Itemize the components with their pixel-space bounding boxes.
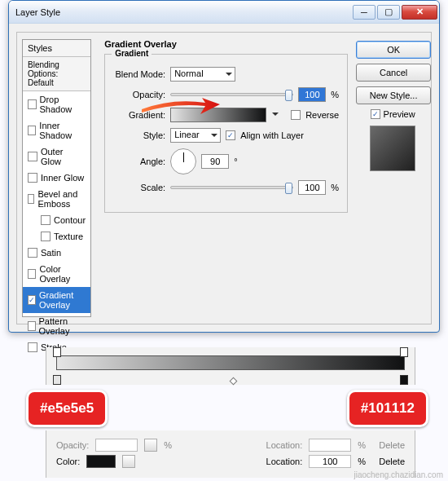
new-style-button[interactable]: New Style... [356,86,431,104]
color-tag-left: #e5e5e5 [26,390,108,427]
style-checkbox[interactable] [41,215,51,225]
opacity-input[interactable]: 100 [298,87,326,102]
style-checkbox[interactable] [28,248,37,258]
opacity-field[interactable] [95,439,138,452]
ok-button[interactable]: OK [356,41,431,59]
slider-thumb[interactable] [285,90,292,101]
dialog-body: Styles Blending Options: Default Drop Sh… [16,32,432,324]
opacity-stop-right[interactable] [400,347,408,357]
style-item-texture[interactable]: Texture [23,228,90,245]
style-label: Outer Glow [41,147,86,166]
style-checkbox[interactable] [41,232,51,241]
reverse-checkbox[interactable] [291,110,301,120]
style-label: Satin [41,248,61,258]
angle-input[interactable]: 90 [201,154,229,169]
preview-swatch [370,126,415,171]
window-title: Layer Style [15,7,351,17]
location-label: Location: [266,440,303,450]
style-select[interactable]: Linear [170,128,221,143]
settings-column: Gradient Overlay Gradient Blend Mode: No… [96,33,356,324]
style-item-drop-shadow[interactable]: Drop Shadow [23,91,90,117]
color-stop-left[interactable] [53,375,61,385]
midpoint-diamond[interactable] [230,377,238,386]
style-item-bevel-and-emboss[interactable]: Bevel and Emboss [23,186,90,212]
align-checkbox[interactable] [226,130,235,140]
location-label: Location: [266,457,303,466]
section-title: Gradient Overlay [104,39,348,49]
gradient-picker[interactable] [170,108,266,122]
style-item-color-overlay[interactable]: Color Overlay [23,261,90,287]
dropdown-icon[interactable] [144,439,157,452]
opacity-slider[interactable] [170,93,293,96]
style-checkbox[interactable] [28,295,36,305]
gradient-editor [46,347,415,385]
minimize-button[interactable]: ─ [353,5,376,20]
gradient-label: Gradient: [113,110,165,120]
style-checkbox[interactable] [28,173,37,183]
dropdown-icon[interactable] [122,455,135,468]
styles-header[interactable]: Styles [23,40,90,57]
align-label: Align with Layer [240,130,304,140]
style-item-satin[interactable]: Satin [23,245,90,261]
delete-button[interactable]: Delete [372,440,405,450]
style-label: Contour [54,215,86,225]
style-label: Pattern Overlay [39,316,86,336]
titlebar[interactable]: Layer Style ─ ▢ ✕ [9,1,439,24]
scale-label: Scale: [113,183,165,192]
style-checkbox[interactable] [28,321,36,331]
pct-label: % [331,90,339,99]
location-field[interactable]: 100 [309,455,351,468]
opacity-label: Opacity: [56,440,89,450]
angle-label: Angle: [113,157,165,166]
buttons-column: OK Cancel New Style... Preview [356,33,437,324]
opacity-label: Opacity: [113,90,165,99]
style-label: Color Overlay [39,264,86,284]
blending-options-header[interactable]: Blending Options: Default [23,57,90,91]
style-checkbox[interactable] [28,152,37,161]
style-item-outer-glow[interactable]: Outer Glow [23,143,90,170]
deg-label: ° [234,157,237,166]
style-checkbox[interactable] [28,342,37,352]
style-label: Inner Glow [41,173,84,183]
slider-thumb[interactable] [285,183,292,194]
preview-label: Preview [384,109,415,119]
maximize-button[interactable]: ▢ [377,5,400,20]
color-tag-right: #101112 [347,390,428,427]
style-label: Texture [54,232,83,241]
reverse-label: Reverse [305,110,339,120]
style-label: Drop Shadow [40,95,86,114]
location-field[interactable] [309,439,351,452]
close-button[interactable]: ✕ [402,5,437,20]
style-label: Inner Shadow [39,121,86,140]
color-swatch[interactable] [86,455,116,468]
cancel-button[interactable]: Cancel [356,64,431,82]
style-item-contour[interactable]: Contour [23,212,90,228]
blend-mode-label: Blend Mode: [113,69,165,79]
preview-checkbox[interactable] [371,109,380,119]
style-item-pattern-overlay[interactable]: Pattern Overlay [23,313,90,339]
angle-dial[interactable] [170,148,196,174]
style-checkbox[interactable] [28,269,36,279]
styles-column: Styles Blending Options: Default Drop Sh… [17,33,96,324]
style-checkbox[interactable] [28,194,34,204]
watermark: jiaocheng.chazidian.com [354,470,443,479]
gradient-bar-area [46,347,415,385]
style-checkbox[interactable] [28,126,36,135]
color-stop-right[interactable] [400,375,408,385]
style-checkbox[interactable] [28,99,37,109]
opacity-stop-left[interactable] [53,347,61,357]
delete-button[interactable]: Delete [372,457,405,466]
scale-slider[interactable] [170,186,293,189]
style-label: Style: [113,130,165,140]
style-item-inner-glow[interactable]: Inner Glow [23,170,90,186]
style-item-gradient-overlay[interactable]: Gradient Overlay [23,287,90,313]
styles-list: Styles Blending Options: Default Drop Sh… [22,39,91,317]
gradient-bar[interactable] [56,355,405,370]
layer-style-dialog: Layer Style ─ ▢ ✕ Styles Blending Option… [8,0,440,333]
blend-mode-select[interactable]: Normal [170,67,235,82]
gradient-fieldset: Gradient Blend Mode: Normal Opacity: 100… [104,54,348,213]
style-label: Gradient Overlay [39,290,86,310]
style-item-inner-shadow[interactable]: Inner Shadow [23,117,90,143]
style-label: Bevel and Emboss [37,189,86,209]
scale-input[interactable]: 100 [298,180,326,195]
